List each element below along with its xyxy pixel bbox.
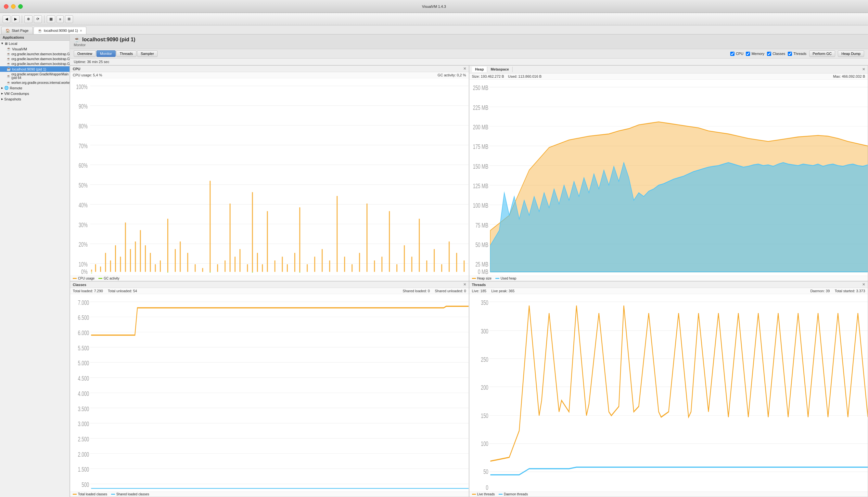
svg-text:5.000: 5.000 — [78, 359, 89, 367]
thread-dump-toolbar-button[interactable]: ≡ — [57, 15, 64, 23]
gradle2-label: org.gradle.launcher.daemon.bootstrap.Gra… — [11, 57, 70, 61]
total-loaded-legend: Total loaded classes — [73, 493, 107, 496]
svg-rect-31 — [140, 230, 141, 272]
svg-rect-38 — [180, 242, 181, 272]
svg-rect-80 — [91, 273, 92, 273]
sidebar-item-worker[interactable]: ☕ worker.org.gradle.process.internal.wor… — [0, 80, 70, 85]
sidebar-item-localhost[interactable]: ☕ localhost:9090 (pid 1) — [0, 66, 70, 72]
app-header: ☕ localhost:9090 (pid 1) Monitor — [70, 34, 868, 49]
forward-button[interactable]: ▶ — [12, 15, 19, 23]
svg-text:25 MB: 25 MB — [475, 260, 488, 268]
close-button[interactable] — [4, 4, 9, 9]
tab-close-icon[interactable]: ✕ — [79, 29, 82, 32]
refresh-button[interactable]: ⟳ — [34, 15, 42, 23]
svg-rect-77 — [448, 242, 450, 272]
total-loaded-legend-color — [73, 494, 77, 495]
live-threads-legend-color — [472, 494, 476, 495]
svg-rect-67 — [374, 260, 375, 272]
total-loaded-legend-label: Total loaded classes — [78, 493, 107, 496]
profiler-button[interactable]: ⊞ — [65, 15, 73, 23]
sidebar-item-local[interactable]: ▾ 🖥 Local — [0, 41, 70, 46]
svg-text:80%: 80% — [78, 122, 88, 130]
maximize-button[interactable] — [18, 4, 23, 9]
daemon-stat: Daemon: 39 — [810, 289, 830, 293]
svg-text:90%: 90% — [78, 102, 88, 110]
threads-right-stats: Daemon: 39 Total started: 3.373 — [810, 289, 865, 293]
svg-rect-62 — [337, 196, 338, 272]
threads-chart-close[interactable]: ✕ — [862, 283, 865, 287]
cpu-chart-title: CPU — [73, 67, 80, 71]
svg-text:50 MB: 50 MB — [475, 241, 488, 248]
svg-rect-75 — [434, 249, 435, 272]
threads-checkbox[interactable] — [788, 52, 792, 56]
sidebar-item-gradle3[interactable]: ☕ org.gradle.launcher.daemon.bootstrap.G… — [0, 61, 70, 66]
sidebar-item-snapshots[interactable]: ▸ Snapshots — [0, 96, 70, 102]
svg-rect-25 — [110, 260, 111, 272]
tab-monitor[interactable]: Monitor — [97, 51, 116, 57]
sidebar-item-coredumps[interactable]: ▸ VM Coredumps — [0, 91, 70, 96]
daemon-threads-legend: Daemon threads — [499, 493, 528, 496]
tab-overview[interactable]: Overview — [74, 51, 96, 57]
metaspace-tab[interactable]: Metaspace — [487, 67, 512, 72]
sidebar-item-wrapper[interactable]: ☕ org.gradle.wrapper.GradleWrapperMain (… — [0, 72, 70, 80]
tab-start-page[interactable]: 🏠 Start Page — [1, 27, 33, 34]
shared-unloaded-stat: Shared unloaded: 0 — [435, 289, 466, 293]
heap-max: Max: 466.092.032 B — [833, 74, 865, 78]
heap-tab[interactable]: Heap — [472, 67, 488, 72]
svg-rect-34 — [155, 264, 156, 272]
shared-loaded-stat: Shared loaded: 0 — [402, 289, 430, 293]
svg-text:2.500: 2.500 — [78, 435, 89, 443]
svg-text:4.500: 4.500 — [78, 374, 89, 382]
titlebar: VisualVM 1.4.3 — [0, 0, 868, 13]
heap-dump-toolbar-button[interactable]: ▦ — [47, 15, 55, 23]
svg-rect-23 — [100, 267, 101, 272]
svg-rect-52 — [267, 211, 268, 272]
heap-chart-header: Heap Metaspace ✕ — [469, 66, 868, 73]
sidebar-item-remote[interactable]: ▸ 🌐 Remote — [0, 85, 70, 91]
sidebar-item-visualvm[interactable]: ☕ VisualVM — [0, 46, 70, 52]
app-title: ☕ localhost:9090 (pid 1) — [74, 37, 864, 43]
svg-rect-69 — [389, 211, 390, 272]
back-button[interactable]: ◀ — [3, 15, 10, 23]
live-stat: Live: 185 — [472, 289, 487, 293]
heap-chart-close[interactable]: ✕ — [862, 67, 865, 71]
classes-chart-close[interactable]: ✕ — [463, 283, 466, 287]
svg-rect-70 — [396, 264, 397, 272]
svg-rect-78 — [456, 253, 457, 272]
svg-rect-36 — [167, 219, 168, 272]
svg-rect-47 — [239, 249, 240, 272]
wrapper-label: org.gradle.wrapper.GradleWrapperMain (pi… — [11, 72, 69, 80]
new-connection-button[interactable]: ⊕ — [24, 15, 32, 23]
tab-localhost[interactable]: ☕ localhost:9090 (pid 1) ✕ — [33, 27, 86, 34]
heap-dump-button[interactable]: Heap Dump — [838, 51, 864, 57]
perform-gc-button[interactable]: Perform GC — [809, 51, 836, 57]
cpu-usage-legend-label: CPU usage — [78, 276, 94, 280]
cpu-chart-close[interactable]: ✕ — [463, 67, 466, 71]
memory-checkbox[interactable] — [746, 52, 750, 56]
svg-text:0: 0 — [486, 484, 488, 492]
classes-chart-stats: Total loaded: 7.290 Total unloaded: 54 S… — [70, 288, 469, 294]
svg-rect-48 — [247, 264, 248, 272]
svg-text:225 MB: 225 MB — [473, 104, 488, 112]
gc-activity-stat: GC activity: 0,2 % — [438, 73, 466, 77]
visualvm-label: VisualVM — [12, 47, 27, 51]
threads-chart-header: Threads ✕ — [469, 282, 868, 288]
svg-text:3.500: 3.500 — [78, 405, 89, 413]
heap-chart-legend: Heap size Used heap — [469, 276, 868, 281]
svg-rect-79 — [464, 260, 465, 272]
sidebar-item-gradle1[interactable]: ☕ org.gradle.launcher.daemon.bootstrap.G… — [0, 52, 70, 57]
svg-text:100: 100 — [481, 440, 488, 448]
sidebar-item-gradle2[interactable]: ☕ org.gradle.launcher.daemon.bootstrap.G… — [0, 57, 70, 61]
svg-text:75 MB: 75 MB — [475, 221, 488, 229]
cpu-checkbox[interactable] — [730, 52, 735, 56]
live-threads-legend: Live threads — [472, 493, 495, 496]
cpu-chart-svg: 100% 90% 80% 70% 60% 50% 40% 30% 20% 10%… — [70, 78, 469, 276]
tab-sampler[interactable]: Sampler — [137, 51, 158, 57]
localhost-icon: ☕ — [6, 67, 11, 71]
svg-rect-63 — [344, 257, 345, 272]
tab-threads[interactable]: Threads — [116, 51, 136, 57]
heap-chart-panel: Heap Metaspace ✕ Size: 193.462.272 B Use… — [469, 65, 868, 281]
classes-checkbox[interactable] — [767, 52, 771, 56]
svg-rect-33 — [150, 253, 151, 272]
minimize-button[interactable] — [11, 4, 16, 9]
